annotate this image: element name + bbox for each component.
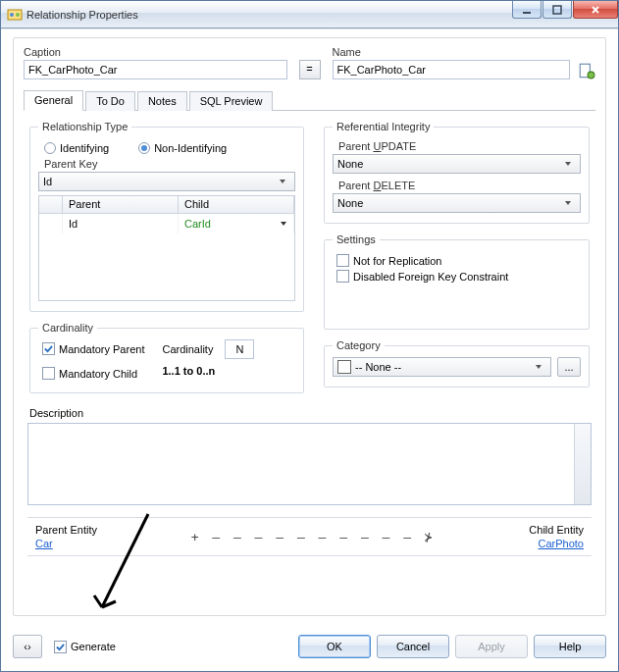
cardinality-range: 1..1 to 0..n — [162, 365, 254, 377]
tab-general[interactable]: General — [24, 90, 83, 111]
identifying-label: Identifying — [60, 142, 109, 154]
identifying-radio[interactable]: Identifying — [44, 142, 109, 154]
entity-summary-row: Parent Entity Car + — — — — — — — — — — … — [27, 517, 592, 556]
minimize-button[interactable] — [512, 1, 542, 19]
name-input[interactable] — [333, 60, 571, 79]
mandatory-child-label: Mandatory Child — [59, 368, 137, 380]
parent-entity-link[interactable]: Car — [35, 538, 97, 549]
titlebar[interactable]: Relationship Properties — [1, 1, 618, 28]
dialog-window: Relationship Properties Caption = Name — [0, 0, 619, 672]
name-label: Name — [333, 46, 596, 58]
tab-notes[interactable]: Notes — [137, 91, 187, 111]
child-entity-link[interactable]: CarPhoto — [529, 538, 584, 549]
description-label: Description — [29, 407, 595, 419]
svg-point-2 — [16, 13, 20, 17]
svg-rect-4 — [553, 6, 561, 14]
window-title: Relationship Properties — [26, 9, 511, 21]
mandatory-child-checkbox[interactable]: Mandatory Child — [42, 367, 144, 380]
category-value: -- None -- — [355, 361, 401, 373]
relationship-line-icon: + — — — — — — — — — — ⊁ — [97, 530, 529, 544]
parent-key-label: Parent Key — [44, 158, 295, 170]
sync-caption-name-button[interactable]: = — [299, 60, 321, 79]
category-group: Category -- None -- ... — [324, 339, 590, 388]
parent-key-combo[interactable]: Id — [38, 172, 295, 191]
parent-entity-label: Parent Entity — [35, 524, 97, 536]
svg-point-6 — [588, 72, 594, 78]
category-swatch-icon — [337, 360, 351, 374]
window-controls — [511, 1, 618, 27]
generate-label: Generate — [71, 641, 116, 652]
chevron-down-icon — [560, 197, 576, 209]
caption-input[interactable] — [24, 60, 287, 79]
parent-delete-label: Parent DELETE — [338, 180, 581, 191]
referential-integrity-legend: Referential Integrity — [333, 121, 434, 132]
apply-button[interactable]: Apply — [455, 635, 528, 658]
cancel-button[interactable]: Cancel — [377, 635, 449, 658]
chevron-down-icon — [275, 176, 290, 187]
grid-header-child: Child — [179, 196, 294, 213]
tab-todo[interactable]: To Do — [85, 91, 135, 111]
settings-legend: Settings — [333, 233, 380, 245]
non-identifying-radio[interactable]: Non-Identifying — [138, 142, 227, 154]
cardinality-group: Cardinality Mandatory Parent Mandatory C… — [29, 322, 304, 393]
disabled-fk-label: Disabled Foreign Key Constraint — [353, 271, 508, 283]
maximize-button[interactable] — [542, 1, 572, 19]
not-for-replication-label: Not for Replication — [353, 255, 442, 267]
tab-general-body: Relationship Type Identifying Non-Identi… — [24, 111, 595, 403]
cardinality-value-input[interactable]: N — [225, 339, 254, 359]
parent-update-combo[interactable]: None — [333, 154, 581, 174]
code-icon: ‹› — [24, 641, 30, 652]
svg-rect-3 — [523, 12, 531, 14]
bottom-bar: ‹› Generate OK Cancel Apply Help — [13, 632, 606, 661]
grid-cell-child-value: CarId — [184, 218, 211, 230]
help-button[interactable]: Help — [534, 635, 606, 658]
checkbox-checked-icon — [54, 641, 67, 653]
chevron-down-icon — [280, 218, 287, 230]
name-action-icon[interactable] — [578, 62, 595, 79]
grid-header-parent: Parent — [63, 196, 179, 213]
category-browse-button[interactable]: ... — [557, 357, 581, 377]
relationship-type-legend: Relationship Type — [38, 121, 131, 132]
settings-group: Settings Not for Replication Disabled Fo… — [324, 233, 590, 330]
chevron-down-icon — [560, 158, 576, 170]
cardinality-legend: Cardinality — [38, 322, 97, 334]
referential-integrity-group: Referential Integrity Parent UPDATE None… — [324, 121, 590, 224]
not-for-replication-checkbox[interactable]: Not for Replication — [336, 254, 581, 267]
parent-delete-combo[interactable]: None — [333, 193, 581, 213]
caption-label: Caption — [24, 46, 287, 58]
checkbox-icon — [336, 254, 349, 267]
tab-sql-preview[interactable]: SQL Preview — [189, 91, 274, 111]
grid-cell-parent: Id — [63, 214, 179, 233]
non-identifying-label: Non-Identifying — [154, 142, 227, 154]
grid-cell-child-combo[interactable]: CarId — [179, 214, 294, 233]
relationship-type-group: Relationship Type Identifying Non-Identi… — [29, 121, 304, 312]
radio-icon-selected — [138, 142, 150, 154]
parent-update-value: None — [337, 158, 363, 170]
generate-checkbox[interactable]: Generate — [54, 641, 116, 653]
svg-point-1 — [10, 13, 14, 17]
radio-icon — [44, 142, 56, 154]
key-mapping-grid[interactable]: Parent Child Id CarId — [38, 195, 295, 301]
mandatory-parent-checkbox[interactable]: Mandatory Parent — [42, 342, 144, 355]
client-area: Caption = Name General To Do — [1, 28, 618, 671]
script-button[interactable]: ‹› — [13, 635, 42, 658]
disabled-fk-checkbox[interactable]: Disabled Foreign Key Constraint — [336, 270, 581, 283]
header-fields: Caption = Name — [24, 46, 595, 79]
checkbox-checked-icon — [42, 342, 55, 355]
checkbox-icon — [336, 270, 349, 283]
mandatory-parent-label: Mandatory Parent — [59, 343, 144, 355]
checkbox-icon — [42, 367, 55, 380]
parent-key-value: Id — [43, 176, 52, 187]
parent-update-label: Parent UPDATE — [338, 140, 581, 152]
category-combo[interactable]: -- None -- — [333, 357, 551, 377]
ok-button[interactable]: OK — [298, 635, 371, 658]
close-button[interactable] — [573, 1, 618, 19]
child-entity-label: Child Entity — [529, 524, 584, 536]
description-textarea[interactable] — [27, 423, 592, 505]
app-icon — [7, 7, 23, 23]
grid-row[interactable]: Id CarId — [39, 214, 294, 233]
chevron-down-icon — [531, 361, 546, 373]
cardinality-label: Cardinality — [162, 343, 213, 355]
parent-delete-value: None — [337, 197, 363, 209]
content-frame: Caption = Name General To Do — [13, 37, 606, 616]
